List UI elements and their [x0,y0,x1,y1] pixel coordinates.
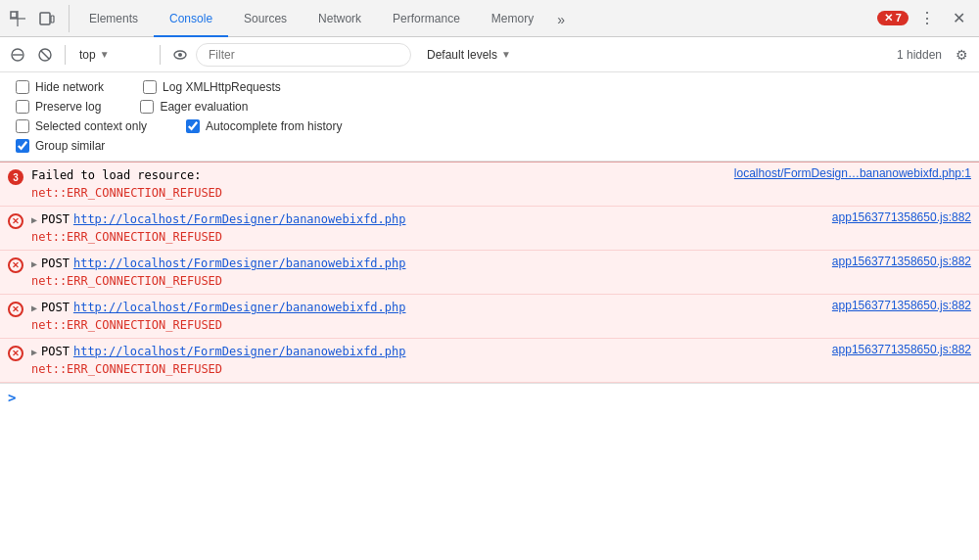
error-outline-circle: ✕ [8,213,23,229]
expand-arrow-icon[interactable]: ▶ [31,343,37,359]
hide-network-option[interactable]: Hide network [16,80,104,94]
message-main-line: ▶ POST http://localhost/FormDesigner/ban… [31,255,816,272]
eager-eval-option[interactable]: Eager evaluation [140,100,248,114]
post-url-link[interactable]: http://localhost/FormDesigner/bananowebi… [73,299,406,316]
error-outline-circle: ✕ [8,257,23,273]
expand-arrow-icon[interactable]: ▶ [31,255,37,271]
svg-line-8 [41,51,49,59]
error-icon: ✕ [8,343,23,361]
error-outline-circle: ✕ [8,302,23,317]
message-main-line: ▶ POST http://localhost/FormDesigner/ban… [31,343,816,360]
group-similar-option[interactable]: Group similar [16,139,105,153]
filter-input[interactable] [196,43,411,67]
log-xml-label: Log XMLHttpRequests [163,80,281,94]
error-source-link-2[interactable]: app1563771358650.js:882 [816,255,971,268]
post-label: POST [41,343,70,360]
post-url-link[interactable]: http://localhost/FormDesigner/bananowebi… [73,255,406,272]
error-source-link-1[interactable]: app1563771358650.js:882 [816,210,971,224]
default-levels-arrow-icon: ▼ [501,49,511,60]
hidden-count-label: 1 hidden [897,48,946,62]
tabs-container: Elements Console Sources Network Perform… [73,0,877,37]
context-selector[interactable]: top ▼ [73,46,152,64]
selected-context-checkbox[interactable] [16,119,29,133]
eager-eval-label: Eager evaluation [160,100,248,114]
tab-performance[interactable]: Performance [377,2,476,37]
table-row: ✕ ▶ POST http://localhost/FormDesigner/b… [0,339,979,383]
hide-network-label: Hide network [35,80,104,94]
toolbar-icons [4,5,70,32]
autocomplete-checkbox[interactable] [186,119,200,133]
message-content: ▶ POST http://localhost/FormDesigner/ban… [31,299,816,334]
post-url-link[interactable]: http://localhost/FormDesigner/bananowebi… [73,210,406,228]
message-main-line: Failed to load resource: [31,166,719,184]
content-area: top ▼ Default levels ▼ 1 hidden ⚙ Hide n… [0,37,979,560]
tab-console[interactable]: Console [154,2,228,37]
inspect-element-button[interactable] [4,5,31,32]
message-content: ▶ POST http://localhost/FormDesigner/ban… [31,255,816,290]
tab-sources[interactable]: Sources [228,2,303,37]
error-icon: ✕ [8,210,23,229]
post-label: POST [41,299,70,316]
log-xml-checkbox[interactable] [143,80,157,94]
autocomplete-option[interactable]: Autocomplete from history [186,119,342,133]
message-content: Failed to load resource: net::ERR_CONNEC… [31,166,719,202]
eye-icon-button[interactable] [168,43,192,67]
preserve-log-label: Preserve log [35,100,101,114]
error-source-link-4[interactable]: app1563771358650.js:882 [816,343,971,356]
post-url-link[interactable]: http://localhost/FormDesigner/bananowebi… [73,343,406,360]
close-devtools-button[interactable]: ✕ [946,6,971,31]
options-row-3: Selected context only Autocomplete from … [16,119,963,133]
message-content: ▶ POST http://localhost/FormDesigner/ban… [31,343,816,378]
console-options-area: Hide network Log XMLHttpRequests Preserv… [0,72,979,162]
tab-network[interactable]: Network [303,2,377,37]
expand-arrow-icon[interactable]: ▶ [31,210,37,227]
console-settings-button[interactable]: ⚙ [950,43,973,67]
expand-arrow-icon[interactable]: ▶ [31,299,37,315]
autocomplete-label: Autocomplete from history [206,119,342,133]
svg-rect-4 [51,16,54,23]
error-source-link-3[interactable]: app1563771358650.js:882 [816,299,971,312]
preserve-log-option[interactable]: Preserve log [16,100,101,114]
table-row: ✕ ▶ POST http://localhost/FormDesigner/b… [0,295,979,339]
group-similar-label: Group similar [35,139,105,153]
toolbar-divider-2 [160,45,161,65]
block-icon-button[interactable] [33,43,57,67]
error-main-text: Failed to load resource: [31,166,201,184]
group-similar-checkbox[interactable] [16,139,29,153]
tab-memory[interactable]: Memory [476,2,549,37]
error-sub-text: net::ERR_CONNECTION_REFUSED [31,316,816,334]
preserve-log-checkbox[interactable] [16,100,29,114]
tab-elements[interactable]: Elements [73,2,154,37]
error-count-badge[interactable]: ✕ 7 [877,11,909,25]
tab-overflow-button[interactable]: » [549,2,573,37]
post-label: POST [41,255,70,272]
svg-rect-3 [40,13,50,24]
eager-eval-checkbox[interactable] [140,100,154,114]
error-icon: ✕ [8,255,23,273]
options-row-1: Hide network Log XMLHttpRequests [16,80,963,94]
table-row: ✕ ▶ POST http://localhost/FormDesigner/b… [0,251,979,295]
console-input[interactable] [22,391,971,404]
message-content: ▶ POST http://localhost/FormDesigner/ban… [31,210,816,246]
message-main-line: ▶ POST http://localhost/FormDesigner/ban… [31,299,816,316]
selected-context-option[interactable]: Selected context only [16,119,147,133]
svg-rect-0 [11,12,17,18]
device-toolbar-button[interactable] [33,5,61,32]
error-sub-text: net::ERR_CONNECTION_REFUSED [31,184,719,202]
hide-network-checkbox[interactable] [16,80,29,94]
error-count-circle: 3 [8,169,23,185]
error-sub-text: net::ERR_CONNECTION_REFUSED [31,272,816,290]
error-outline-circle: ✕ [8,346,23,361]
context-arrow-icon: ▼ [100,49,110,60]
top-toolbar: Elements Console Sources Network Perform… [0,0,979,37]
error-source-link-0[interactable]: localhost/FormDesign…bananowebixfd.php:1 [719,166,971,180]
error-sub-text: net::ERR_CONNECTION_REFUSED [31,360,816,378]
console-toolbar: top ▼ Default levels ▼ 1 hidden ⚙ [0,37,979,72]
error-icon: 3 [8,166,23,185]
console-messages-area: 3 Failed to load resource: net::ERR_CONN… [0,162,979,560]
log-xml-option[interactable]: Log XMLHttpRequests [143,80,281,94]
table-row: 3 Failed to load resource: net::ERR_CONN… [0,162,979,207]
default-levels-dropdown[interactable]: Default levels ▼ [419,46,519,64]
more-options-button[interactable]: ⋮ [914,6,940,31]
clear-console-button[interactable] [6,43,29,67]
